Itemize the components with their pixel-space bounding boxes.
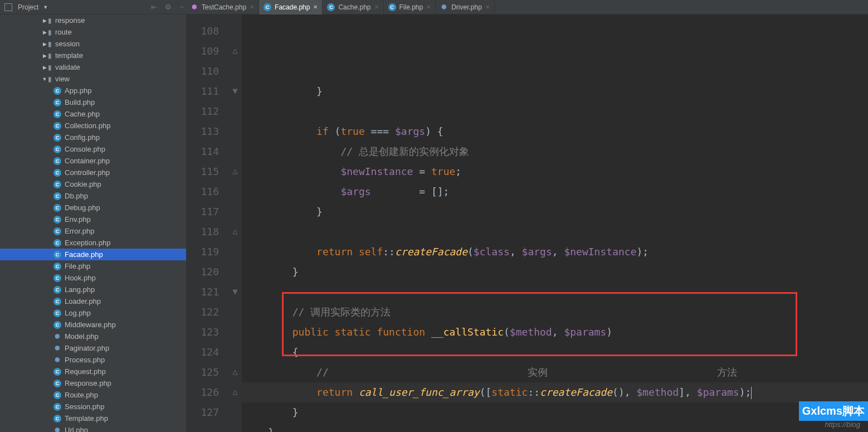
chevron-icon[interactable]: ▶ — [41, 53, 48, 59]
project-dropdown[interactable]: Project — [18, 3, 38, 11]
gear-icon[interactable]: ⚙ — [163, 3, 174, 11]
line-number: 125 — [186, 362, 219, 382]
folder-route[interactable]: ▶▮route — [0, 26, 186, 38]
file-label: Response.php — [65, 379, 111, 387]
fold-marker[interactable] — [228, 382, 242, 402]
tab-testcache[interactable]: ⬢TestCache.php✕ — [186, 0, 259, 14]
svg-marker-1 — [233, 89, 237, 94]
file-build[interactable]: CBuild.php — [0, 96, 186, 108]
fold-marker[interactable] — [228, 222, 242, 242]
chevron-icon[interactable]: ▶ — [41, 18, 48, 23]
file-cookie[interactable]: CCookie.php — [0, 178, 186, 190]
file-model[interactable]: ⬢Model.php — [0, 331, 186, 342]
code-line[interactable]: } — [242, 402, 868, 423]
folder-view[interactable]: ▼▮view — [0, 73, 186, 85]
code-area[interactable]: } if (true === $args) { // 总是创建新的实例化对象 $… — [242, 14, 868, 432]
tab-facade[interactable]: CFacade.php✕ — [259, 0, 323, 14]
code-line[interactable]: return self::createFacade($class, $args,… — [242, 242, 868, 262]
code-line[interactable]: } — [242, 262, 868, 282]
file-label: Hook.php — [65, 274, 96, 282]
project-tree[interactable]: ▶▮response▶▮route▶▮session▶▮template▶▮va… — [0, 14, 186, 432]
file-facade[interactable]: CFacade.php — [0, 249, 186, 260]
file-debug[interactable]: CDebug.php — [0, 202, 186, 213]
file-response[interactable]: CResponse.php — [0, 377, 186, 389]
file-process[interactable]: ⬢Process.php — [0, 354, 186, 366]
code-line[interactable] — [242, 282, 868, 302]
fold-marker — [228, 182, 242, 202]
fold-marker[interactable] — [228, 81, 242, 101]
tab-driver[interactable]: ⬢Driver.php✕ — [436, 0, 495, 14]
close-icon[interactable]: ✕ — [313, 4, 318, 10]
tab-label: File.php — [399, 3, 423, 11]
code-editor[interactable]: 1081091101111121131141151161171181191201… — [186, 14, 868, 432]
code-line[interactable]: // 总是创建新的实例化对象 — [242, 142, 868, 162]
code-line[interactable]: { — [242, 342, 868, 362]
line-number: 123 — [186, 322, 219, 342]
code-line[interactable]: } — [242, 202, 868, 222]
code-line[interactable]: return call_user_func_array([static::cre… — [242, 382, 868, 402]
code-line[interactable] — [242, 222, 868, 242]
code-line[interactable]: $args = []; — [242, 182, 868, 202]
file-request[interactable]: CRequest.php — [0, 366, 186, 377]
folder-validate[interactable]: ▶▮validate — [0, 61, 186, 73]
close-icon[interactable]: ✕ — [374, 4, 379, 10]
code-line[interactable] — [242, 101, 868, 122]
file-log[interactable]: CLog.php — [0, 307, 186, 319]
folder-response[interactable]: ▶▮response — [0, 14, 186, 26]
file-label: Model.php — [65, 332, 99, 341]
code-line[interactable]: } — [242, 423, 868, 432]
code-line[interactable]: // 调用实际类的方法 — [242, 302, 868, 322]
file-db[interactable]: CDb.php — [0, 190, 186, 202]
close-icon[interactable]: ✕ — [426, 4, 431, 10]
close-icon[interactable]: ✕ — [485, 4, 490, 10]
file-url[interactable]: ⬢Url.php — [0, 424, 186, 432]
chevron-icon[interactable]: ▶ — [41, 30, 48, 35]
file-controller[interactable]: CController.php — [0, 167, 186, 178]
code-line[interactable]: if (true === $args) { — [242, 122, 868, 142]
php-icon: ⬢ — [53, 356, 61, 363]
chevron-icon[interactable]: ▼ — [41, 76, 48, 82]
file-middleware[interactable]: CMiddleware.php — [0, 319, 186, 331]
fold-marker[interactable] — [228, 282, 242, 302]
fold-marker — [228, 322, 242, 342]
line-number: 121 — [186, 282, 219, 302]
folder-template[interactable]: ▶▮template — [0, 50, 186, 61]
file-cache[interactable]: CCache.php — [0, 108, 186, 120]
fold-marker[interactable] — [228, 362, 242, 382]
chevron-icon[interactable]: ▶ — [41, 41, 48, 47]
close-icon[interactable]: ✕ — [250, 4, 254, 10]
file-label: Exception.php — [65, 239, 110, 247]
file-error[interactable]: CError.php — [0, 225, 186, 237]
file-console[interactable]: CConsole.php — [0, 143, 186, 155]
file-session[interactable]: CSession.php — [0, 401, 186, 412]
fold-marker[interactable] — [228, 41, 242, 61]
collapse-all-icon[interactable]: ⇤ — [149, 3, 159, 11]
file-hook[interactable]: CHook.php — [0, 272, 186, 284]
file-loader[interactable]: CLoader.php — [0, 295, 186, 307]
file-lang[interactable]: CLang.php — [0, 284, 186, 295]
file-app[interactable]: CApp.php — [0, 85, 186, 96]
code-line[interactable]: $newInstance = true; — [242, 162, 868, 182]
chevron-down-icon[interactable]: ▼ — [43, 4, 48, 10]
file-collection[interactable]: CCollection.php — [0, 120, 186, 132]
file-config[interactable]: CConfig.php — [0, 132, 186, 143]
file-container[interactable]: CContainer.php — [0, 155, 186, 167]
code-line[interactable]: } — [242, 81, 868, 101]
tab-file[interactable]: CFile.php✕ — [384, 0, 436, 14]
class-icon: C — [53, 122, 61, 130]
fold-marker[interactable] — [228, 162, 242, 182]
code-line[interactable]: // 实例 方法 — [242, 362, 868, 382]
file-exception[interactable]: CException.php — [0, 237, 186, 249]
file-file[interactable]: CFile.php — [0, 260, 186, 272]
file-env[interactable]: CEnv.php — [0, 213, 186, 225]
file-paginator[interactable]: ⬢Paginator.php — [0, 342, 186, 354]
fold-column[interactable] — [228, 14, 242, 432]
tab-cache[interactable]: CCache.php✕ — [323, 0, 383, 14]
file-route[interactable]: CRoute.php — [0, 389, 186, 401]
code-line[interactable] — [242, 61, 868, 81]
chevron-icon[interactable]: ▶ — [41, 65, 48, 70]
code-line[interactable]: public static function __callStatic($met… — [242, 322, 868, 342]
folder-session[interactable]: ▶▮session — [0, 38, 186, 50]
hide-icon[interactable]: − — [177, 3, 186, 11]
file-template[interactable]: CTemplate.php — [0, 412, 186, 424]
